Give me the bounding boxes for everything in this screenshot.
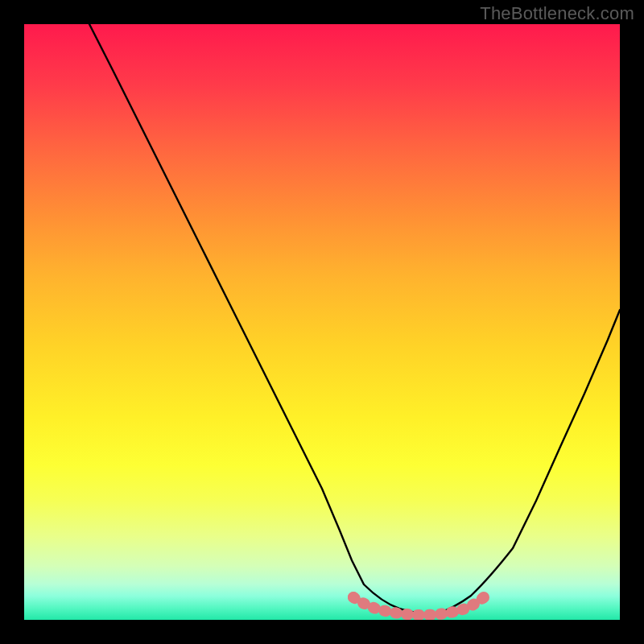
chart-plot-area [24, 24, 620, 620]
optimum-band-start [348, 592, 359, 603]
chart-frame: TheBottleneck.com [0, 0, 644, 644]
curve-line [89, 24, 620, 614]
optimum-band-end [478, 592, 489, 603]
watermark-text: TheBottleneck.com [480, 3, 634, 24]
chart-svg [24, 24, 620, 620]
